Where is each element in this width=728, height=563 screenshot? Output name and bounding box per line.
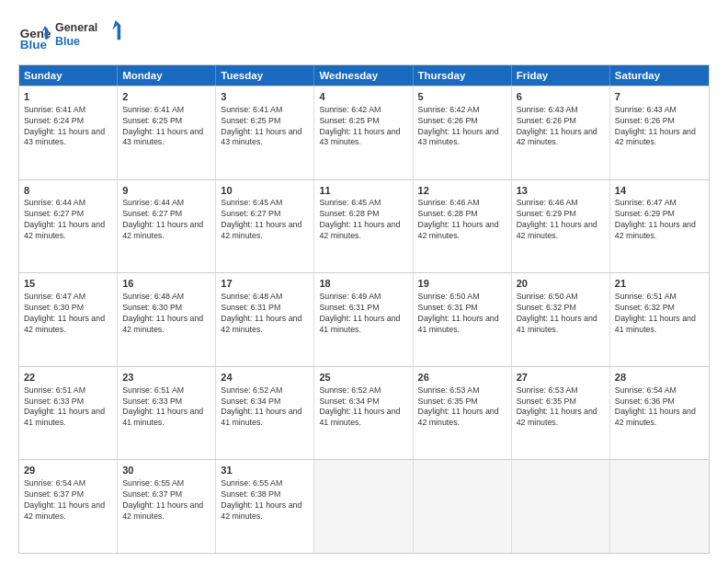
day-number: 2 bbox=[122, 90, 210, 104]
sunset-label: Sunset: 6:26 PM bbox=[517, 116, 576, 125]
cal-header-day: Tuesday bbox=[216, 65, 314, 86]
daylight-label: Daylight: 11 hours and 42 minutes. bbox=[615, 407, 696, 427]
sunrise-label: Sunrise: 6:54 AM bbox=[24, 478, 85, 488]
sunrise-label: Sunrise: 6:48 AM bbox=[221, 292, 282, 301]
cal-cell: 22Sunrise: 6:51 AMSunset: 6:33 PMDayligh… bbox=[19, 367, 118, 460]
sunrise-label: Sunrise: 6:53 AM bbox=[517, 385, 578, 395]
cal-cell: 21Sunrise: 6:51 AMSunset: 6:32 PMDayligh… bbox=[610, 273, 709, 366]
day-number: 24 bbox=[221, 371, 309, 385]
sunset-label: Sunset: 6:33 PM bbox=[122, 396, 182, 406]
sunset-label: Sunset: 6:25 PM bbox=[122, 116, 182, 125]
daylight-label: Daylight: 11 hours and 43 minutes. bbox=[122, 127, 203, 147]
logo-icon: General Blue bbox=[18, 19, 51, 52]
day-number: 27 bbox=[517, 371, 605, 385]
daylight-label: Daylight: 11 hours and 41 minutes. bbox=[319, 314, 400, 334]
sunset-label: Sunset: 6:33 PM bbox=[24, 396, 84, 406]
cal-header-day: Friday bbox=[512, 65, 610, 86]
svg-text:Blue: Blue bbox=[20, 38, 48, 52]
day-number: 1 bbox=[24, 90, 112, 104]
sunrise-label: Sunrise: 6:45 AM bbox=[319, 198, 381, 207]
sunrise-label: Sunrise: 6:51 AM bbox=[122, 385, 184, 395]
daylight-label: Daylight: 11 hours and 42 minutes. bbox=[418, 220, 499, 240]
cal-cell: 2Sunrise: 6:41 AMSunset: 6:25 PMDaylight… bbox=[118, 86, 216, 179]
daylight-label: Daylight: 11 hours and 42 minutes. bbox=[615, 127, 696, 147]
cal-cell bbox=[314, 460, 413, 553]
svg-text:Blue: Blue bbox=[55, 35, 80, 48]
sunrise-label: Sunrise: 6:51 AM bbox=[615, 292, 677, 301]
cal-cell: 11Sunrise: 6:45 AMSunset: 6:28 PMDayligh… bbox=[314, 180, 413, 273]
cal-cell: 20Sunrise: 6:50 AMSunset: 6:32 PMDayligh… bbox=[512, 273, 610, 366]
cal-cell: 5Sunrise: 6:42 AMSunset: 6:26 PMDaylight… bbox=[414, 86, 512, 179]
sunrise-label: Sunrise: 6:53 AM bbox=[418, 385, 480, 395]
daylight-label: Daylight: 11 hours and 41 minutes. bbox=[319, 407, 400, 427]
daylight-label: Daylight: 11 hours and 43 minutes. bbox=[24, 127, 105, 147]
cal-cell: 24Sunrise: 6:52 AMSunset: 6:34 PMDayligh… bbox=[216, 367, 314, 460]
sunset-label: Sunset: 6:36 PM bbox=[615, 396, 675, 406]
sunset-label: Sunset: 6:37 PM bbox=[122, 489, 182, 499]
sunset-label: Sunset: 6:30 PM bbox=[122, 303, 182, 312]
sunset-label: Sunset: 6:27 PM bbox=[221, 209, 280, 218]
sunset-label: Sunset: 6:31 PM bbox=[319, 303, 379, 312]
cal-cell: 12Sunrise: 6:46 AMSunset: 6:28 PMDayligh… bbox=[414, 180, 512, 273]
cal-cell: 1Sunrise: 6:41 AMSunset: 6:24 PMDaylight… bbox=[19, 86, 118, 179]
cal-cell: 30Sunrise: 6:55 AMSunset: 6:37 PMDayligh… bbox=[118, 460, 216, 553]
calendar-body: 1Sunrise: 6:41 AMSunset: 6:24 PMDaylight… bbox=[19, 86, 709, 553]
day-number: 15 bbox=[24, 277, 112, 291]
day-number: 5 bbox=[418, 90, 506, 104]
sunrise-label: Sunrise: 6:46 AM bbox=[418, 198, 480, 207]
day-number: 17 bbox=[221, 277, 309, 291]
cal-cell: 19Sunrise: 6:50 AMSunset: 6:31 PMDayligh… bbox=[414, 273, 512, 366]
day-number: 19 bbox=[418, 277, 506, 291]
sunset-label: Sunset: 6:34 PM bbox=[221, 396, 280, 406]
cal-week: 15Sunrise: 6:47 AMSunset: 6:30 PMDayligh… bbox=[19, 272, 709, 366]
sunset-label: Sunset: 6:30 PM bbox=[24, 303, 84, 312]
sunrise-label: Sunrise: 6:46 AM bbox=[517, 198, 578, 207]
day-number: 21 bbox=[615, 277, 704, 291]
sunrise-label: Sunrise: 6:44 AM bbox=[122, 198, 184, 207]
cal-cell: 7Sunrise: 6:43 AMSunset: 6:26 PMDaylight… bbox=[610, 86, 709, 179]
cal-cell: 4Sunrise: 6:42 AMSunset: 6:25 PMDaylight… bbox=[314, 86, 413, 179]
day-number: 13 bbox=[517, 184, 605, 198]
cal-cell: 25Sunrise: 6:52 AMSunset: 6:34 PMDayligh… bbox=[314, 367, 413, 460]
daylight-label: Daylight: 11 hours and 43 minutes. bbox=[418, 127, 499, 147]
daylight-label: Daylight: 11 hours and 42 minutes. bbox=[517, 127, 597, 147]
day-number: 30 bbox=[122, 464, 210, 477]
sunrise-label: Sunrise: 6:44 AM bbox=[24, 198, 85, 207]
cal-cell: 13Sunrise: 6:46 AMSunset: 6:29 PMDayligh… bbox=[512, 180, 610, 273]
page: General Blue General Blue SundayMondayTu… bbox=[0, 0, 728, 563]
daylight-label: Daylight: 11 hours and 42 minutes. bbox=[221, 314, 301, 334]
sunrise-label: Sunrise: 6:42 AM bbox=[418, 105, 480, 114]
cal-week: 8Sunrise: 6:44 AMSunset: 6:27 PMDaylight… bbox=[19, 179, 709, 273]
daylight-label: Daylight: 11 hours and 43 minutes. bbox=[221, 127, 301, 147]
cal-cell: 8Sunrise: 6:44 AMSunset: 6:27 PMDaylight… bbox=[19, 180, 118, 273]
daylight-label: Daylight: 11 hours and 41 minutes. bbox=[615, 314, 696, 334]
daylight-label: Daylight: 11 hours and 42 minutes. bbox=[24, 314, 105, 334]
day-number: 9 bbox=[122, 184, 210, 198]
cal-cell: 28Sunrise: 6:54 AMSunset: 6:36 PMDayligh… bbox=[610, 367, 709, 460]
sunset-label: Sunset: 6:28 PM bbox=[319, 209, 379, 218]
daylight-label: Daylight: 11 hours and 41 minutes. bbox=[418, 314, 499, 334]
daylight-label: Daylight: 11 hours and 42 minutes. bbox=[517, 407, 597, 427]
day-number: 3 bbox=[221, 90, 309, 104]
logo: General Blue General Blue bbox=[18, 17, 129, 55]
sunrise-label: Sunrise: 6:49 AM bbox=[319, 292, 381, 301]
sunset-label: Sunset: 6:25 PM bbox=[319, 116, 379, 125]
daylight-label: Daylight: 11 hours and 41 minutes. bbox=[221, 407, 301, 427]
sunset-label: Sunset: 6:26 PM bbox=[615, 116, 675, 125]
daylight-label: Daylight: 11 hours and 41 minutes. bbox=[517, 314, 597, 334]
day-number: 26 bbox=[418, 371, 506, 385]
daylight-label: Daylight: 11 hours and 42 minutes. bbox=[122, 220, 203, 240]
daylight-label: Daylight: 11 hours and 42 minutes. bbox=[418, 407, 499, 427]
sunset-label: Sunset: 6:32 PM bbox=[615, 303, 675, 312]
day-number: 28 bbox=[615, 371, 704, 385]
day-number: 18 bbox=[319, 277, 407, 291]
cal-week: 29Sunrise: 6:54 AMSunset: 6:37 PMDayligh… bbox=[19, 459, 709, 553]
sunset-label: Sunset: 6:29 PM bbox=[517, 209, 576, 218]
generalblue-logo-svg: General Blue bbox=[55, 17, 129, 52]
sunrise-label: Sunrise: 6:43 AM bbox=[517, 105, 578, 114]
sunrise-label: Sunrise: 6:43 AM bbox=[615, 105, 677, 114]
sunset-label: Sunset: 6:26 PM bbox=[418, 116, 478, 125]
cal-cell: 27Sunrise: 6:53 AMSunset: 6:35 PMDayligh… bbox=[512, 367, 610, 460]
sunrise-label: Sunrise: 6:52 AM bbox=[319, 385, 381, 395]
cal-cell: 18Sunrise: 6:49 AMSunset: 6:31 PMDayligh… bbox=[314, 273, 413, 366]
